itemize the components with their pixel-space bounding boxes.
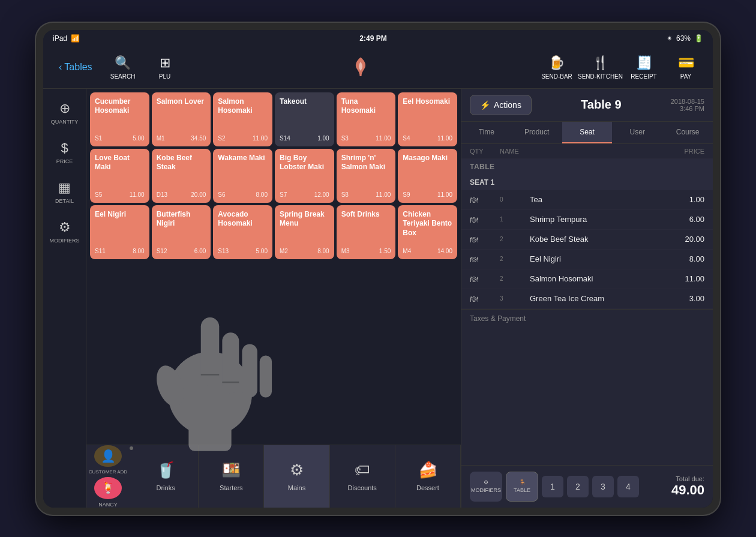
battery-label: 63% [676,34,691,43]
seat-4-label: 4 [626,482,631,491]
price-header: PRICE [656,148,704,155]
item-price: 12.00 [314,191,329,198]
category-starters[interactable]: 🍱 Starters [199,445,264,508]
send-bar-icon: 🍺 [548,55,565,71]
footer-table-button[interactable]: 🪑 TABLE [506,472,538,502]
seat-icon: 🍽 [470,195,500,205]
seat-num: 3 [500,295,530,302]
modifiers-tool[interactable]: ⚙ MODIFIERS [46,212,84,251]
taxes-payment-row[interactable]: Taxes & Payment [461,309,713,328]
order-item-tea[interactable]: 🍽 0 Tea 1.00 [461,190,713,210]
menu-item-love-boat[interactable]: Love Boat Maki S5 11.00 [90,149,149,203]
seat-3-button[interactable]: 3 [592,476,614,497]
menu-item-spring-break[interactable]: Spring Break Menu M2 8.00 [275,205,334,259]
menu-item-butterfish[interactable]: Butterfish Nigiri S12 6.00 [152,205,211,259]
send-bar-label: SEND-BAR [541,73,572,80]
menu-item-salmon-hosomaki[interactable]: Salmon Hosomaki S2 11.00 [213,92,272,146]
item-name: Chicken Teriyaki Bento Box [403,210,452,238]
right-panel-footer: ⚙ MODIFIERS 🪑 TABLE 1 2 3 [461,465,713,508]
item-price: 8.00 [256,191,268,198]
menu-item-salmon-lover[interactable]: Salmon Lover M1 34.50 [152,92,211,146]
nancy-icon: 🍹 [101,481,115,494]
category-mains[interactable]: ⚙ Mains [264,445,329,508]
menu-item-masago[interactable]: Masago Maki S9 11.00 [398,149,457,203]
footer-modifiers-button[interactable]: ⚙ MODIFIERS [470,472,502,502]
mains-icon: ⚙ [290,461,304,479]
detail-tool[interactable]: ▦ DETAIL [46,173,84,211]
nancy-button[interactable]: 🍹 [94,477,122,499]
menu-item-avocado[interactable]: Avocado Hosomaki S13 5.00 [213,205,272,259]
item-price: 1.50 [379,248,391,254]
order-item-salmon-hosomaki[interactable]: 🍽 2 Salmon Hosomaki 11.00 [461,269,713,289]
item-price: 34.50 [191,135,206,142]
item-code: S14 [280,135,290,142]
app-logo [350,56,371,78]
menu-item-chicken-teriyaki[interactable]: Chicken Teriyaki Bento Box M4 14.00 [398,205,457,259]
table-section-header: TABLE [461,159,713,175]
quantity-label: QUANTITY [51,119,79,125]
category-discounts[interactable]: 🏷 Discounts [330,445,395,508]
bottom-left: 👤 CUSTOMER ADD 🍹 NANCY [86,445,130,508]
search-nav-item[interactable]: 🔍 SEARCH [102,49,144,85]
item-name: Shrimp 'n' Salmon Maki [341,154,391,172]
quantity-tool[interactable]: ⊕ QUANTITY [46,94,84,132]
menu-item-kobe-beef[interactable]: Kobe Beef Steak D13 20.00 [152,149,211,203]
pay-nav-item[interactable]: 💳 PAY [665,49,707,85]
modifiers-icon: ⚙ [59,220,71,235]
item-code: S5 [95,191,102,198]
price-tool[interactable]: $ PRICE [46,133,84,172]
modifiers-footer-icon: ⚙ [484,479,488,485]
item-code: S11 [95,248,106,254]
item-price: 11.00 [376,191,391,198]
tab-time[interactable]: Time [461,122,512,143]
seat-1-button[interactable]: 1 [542,476,563,497]
menu-item-wakame[interactable]: Wakame Maki S6 8.00 [213,149,272,203]
plu-nav-item[interactable]: ⊞ PLU [144,49,186,85]
send-bar-nav-item[interactable]: 🍺 SEND-BAR [536,49,578,85]
item-name: Shrimp Tempura [530,215,662,224]
send-kitchen-label: SEND-KITCHEN [578,73,623,80]
back-button[interactable]: ‹ Tables [49,62,102,73]
receipt-nav-item[interactable]: 🧾 RECEIPT [623,49,665,85]
table-time: 3:46 PM [671,105,704,112]
menu-item-big-boy-lobster[interactable]: Big Boy Lobster Maki S7 12.00 [275,149,334,203]
menu-item-soft-drinks[interactable]: Soft Drinks M3 1.50 [337,205,396,259]
item-code: M4 [403,248,411,254]
mains-label: Mains [288,484,305,491]
tab-seat[interactable]: Seat [562,122,613,143]
item-price: 1.00 [662,195,704,204]
item-name: Butterfish Nigiri [157,210,206,229]
menu-item-eel-nigiri[interactable]: Eel Nigiri S11 8.00 [90,205,149,259]
category-dessert[interactable]: 🍰 Dessert [395,445,461,508]
item-code: S12 [157,248,167,254]
menu-item-eel-hosomaki[interactable]: Eel Hosomaki S4 11.00 [398,92,457,146]
tab-user[interactable]: User [612,122,662,143]
menu-item-tuna-hosomaki[interactable]: Tuna Hosomaki S3 11.00 [337,92,396,146]
order-item-eel-nigiri[interactable]: 🍽 2 Eel Nigiri 8.00 [461,250,713,269]
customer-add-button[interactable]: 👤 [94,445,122,467]
menu-item-shrimp-salmon[interactable]: Shrimp 'n' Salmon Maki S8 11.00 [337,149,396,203]
tab-product[interactable]: Product [512,122,562,143]
discounts-icon: 🏷 [355,461,370,479]
order-item-shrimp-tempura[interactable]: 🍽 1 Shrimp Tempura 6.00 [461,210,713,230]
bluetooth-icon: ✴ [667,34,673,43]
tab-course[interactable]: Course [662,122,713,143]
seat-2-button[interactable]: 2 [567,476,589,497]
menu-item-takeout[interactable]: Takeout S14 1.00 [275,92,334,146]
plu-icon: ⊞ [160,55,170,71]
menu-item-cucumber-hosomaki[interactable]: Cucumber Hosomaki S1 5.00 [90,92,149,146]
category-drinks[interactable]: 🥤 Drinks [133,445,199,508]
item-code: S7 [280,191,287,198]
seat-4-button[interactable]: 4 [617,476,639,497]
bottom-categories: 🥤 Drinks 🍱 Starters ⚙ Mains 🏷 [133,445,461,508]
item-price: 8.00 [133,248,144,254]
total-amount: 49.00 [671,482,704,498]
actions-button[interactable]: ⚡ Actions [470,95,532,115]
order-item-green-tea-ice-cream[interactable]: 🍽 3 Green Tea Ice Cream 3.00 [461,289,713,309]
status-bar: iPad 📶 2:49 PM ✴ 63% 🔋 [43,30,713,47]
send-kitchen-nav-item[interactable]: 🍴 SEND-KITCHEN [578,49,623,85]
order-item-kobe-beef-steak[interactable]: 🍽 2 Kobe Beef Steak 20.00 [461,230,713,250]
item-name: Salmon Hosomaki [218,97,268,116]
item-price: 14.00 [437,248,452,254]
seat-num: 0 [500,196,530,203]
